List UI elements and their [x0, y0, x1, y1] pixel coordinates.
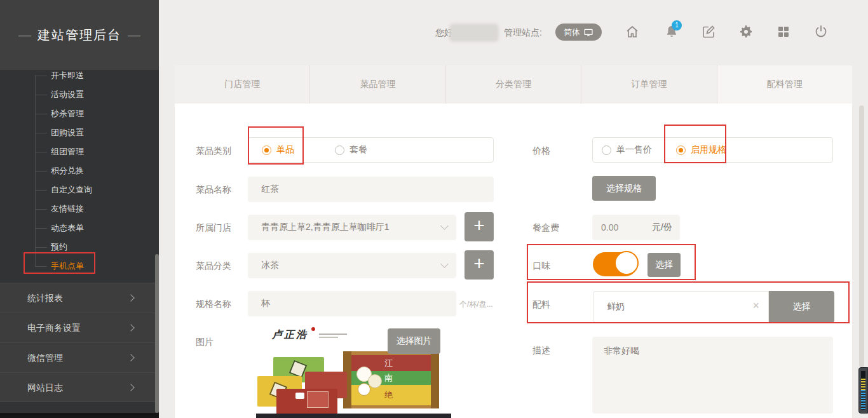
sidebar-scrollbar[interactable]: [155, 254, 159, 413]
flavor-choose-button[interactable]: 选择: [648, 253, 681, 277]
spec-name-hint: 个/杯/盘...: [459, 299, 493, 310]
flavor-toggle[interactable]: [593, 252, 637, 276]
section-label: 统计报表: [27, 293, 63, 303]
tab-ingredient-management[interactable]: 配料管理: [717, 65, 852, 104]
tab-bar: 门店管理 菜品管理 分类管理 订单管理 配料管理: [175, 65, 852, 104]
clear-icon[interactable]: ×: [752, 299, 759, 313]
power-icon[interactable]: [813, 24, 829, 41]
sidebar-item-points-exchange[interactable]: 积分兑换: [0, 161, 159, 180]
radio-single-price[interactable]: 单一售价: [602, 144, 652, 156]
add-category-button[interactable]: +: [465, 250, 494, 280]
radio-dot: [602, 145, 611, 155]
spec-name-value: 杯: [261, 298, 270, 309]
chevron-right-icon: [127, 324, 134, 331]
sidebar-item-group-management[interactable]: 组团管理: [0, 142, 159, 161]
section-label: 网站日志: [27, 382, 63, 393]
radio-enable-spec-label: 启用规格: [691, 144, 726, 156]
notification-badge: 1: [672, 20, 682, 30]
logo-dash: —: [128, 28, 140, 43]
sidebar-item-reservation[interactable]: 预约: [0, 238, 159, 257]
brand-subtext: [319, 334, 347, 335]
plus-icon: +: [473, 216, 485, 238]
box-fee-input[interactable]: 0.00 元/份: [592, 215, 680, 240]
sidebar-section-wechat-management[interactable]: 微信管理: [0, 342, 159, 372]
radio-single-item[interactable]: 单品: [262, 144, 294, 156]
store-select[interactable]: 青青原上草2,青青原上草咖啡厅1: [248, 215, 456, 240]
brand-logo: 卢正浩: [272, 328, 361, 347]
flavor-label: 口味: [532, 260, 550, 272]
add-store-button[interactable]: +: [465, 212, 494, 241]
photo-teacup: [358, 383, 370, 396]
section-label: 电子商务设置: [27, 323, 81, 333]
language-label: 简体: [564, 27, 580, 38]
sidebar-sections: 统计报表 电子商务设置 微信管理 网站日志: [0, 283, 159, 402]
sidebar-section-ecommerce-settings[interactable]: 电子商务设置: [0, 313, 159, 342]
tab-dish-management[interactable]: 菜品管理: [310, 65, 445, 104]
photo-floor-shadow: [256, 414, 451, 418]
sidebar-bottom-strip: [0, 413, 159, 418]
choose-spec-button[interactable]: 选择规格: [592, 176, 656, 201]
store-value: 青青原上草2,青青原上草咖啡厅1: [261, 222, 389, 233]
price-label: 价格: [532, 145, 550, 157]
plus-icon: +: [473, 254, 485, 276]
gear-icon[interactable]: [738, 24, 754, 41]
edit-icon[interactable]: [701, 24, 716, 41]
dish-name-value: 红茶: [261, 184, 279, 195]
spec-name-input[interactable]: 杯: [248, 291, 456, 316]
photo-teacup: [368, 374, 382, 388]
description-textarea[interactable]: 非常好喝: [592, 337, 833, 414]
brand-subtext: [319, 337, 338, 338]
docked-widget[interactable]: [858, 367, 868, 414]
store-label: 所属门店: [196, 222, 231, 234]
language-button[interactable]: 简体: [555, 24, 602, 41]
radio-single-item-label: 单品: [276, 144, 294, 156]
sidebar-item-card-gift[interactable]: 开卡即送: [0, 66, 159, 85]
chevron-right-icon: [127, 354, 134, 361]
radio-combo-label: 套餐: [349, 144, 367, 156]
manage-site-label: 管理站点:: [504, 27, 542, 39]
sidebar-item-flash-sale[interactable]: 秒杀管理: [0, 104, 159, 123]
description-label: 描述: [532, 345, 550, 356]
tab-store-management[interactable]: 门店管理: [175, 65, 310, 104]
sidebar-item-group-buy[interactable]: 团购设置: [0, 123, 159, 142]
home-icon[interactable]: [625, 24, 640, 41]
ingredient-choose-button[interactable]: 选择: [769, 291, 834, 323]
toggle-knob: [614, 251, 639, 275]
category-select[interactable]: 冰茶: [248, 253, 456, 278]
box-fee-value: 0.00: [601, 222, 618, 233]
content-scrollbar[interactable]: [859, 105, 864, 367]
logo-dash: —: [18, 28, 31, 43]
box-fee-unit: 元/份: [652, 222, 672, 233]
sidebar: — 建站管理后台 — 开卡即送 活动设置 秒杀管理 团购设置 组团管理 积分兑换…: [0, 0, 159, 418]
sidebar-section-statistics[interactable]: 统计报表: [0, 283, 159, 313]
box-fee-label: 餐盒费: [532, 222, 559, 234]
description-value: 非常好喝: [604, 346, 639, 357]
chevron-right-icon: [127, 384, 134, 391]
choose-image-button[interactable]: 选择图片: [388, 328, 440, 354]
bell-icon[interactable]: 1: [664, 24, 679, 41]
radio-single-price-label: 单一售价: [616, 144, 652, 156]
radio-dot: [676, 145, 686, 155]
brand-name: 卢正浩: [272, 329, 308, 340]
sidebar-section-site-logs[interactable]: 网站日志: [0, 372, 159, 402]
dish-name-input[interactable]: 红茶: [248, 177, 494, 202]
photo-red-front-box: [276, 389, 337, 415]
ingredient-value: 鲜奶: [607, 301, 625, 313]
greeting-text: 您好: [435, 27, 453, 39]
tab-order-management[interactable]: 订单管理: [581, 65, 717, 104]
sidebar-item-dynamic-forms[interactable]: 动态表单: [0, 219, 159, 238]
sidebar-item-mobile-ordering[interactable]: 手机点单: [0, 257, 159, 276]
app-title: 建站管理后台: [37, 27, 121, 44]
chevron-down-icon: [440, 260, 449, 268]
radio-enable-spec[interactable]: 启用规格: [676, 144, 726, 156]
username-redacted: [451, 25, 497, 40]
radio-combo[interactable]: 套餐: [335, 144, 367, 156]
apps-grid-icon[interactable]: [776, 24, 791, 41]
sidebar-item-activity-settings[interactable]: 活动设置: [0, 85, 159, 104]
ingredient-input[interactable]: 鲜奶 ×: [593, 291, 769, 323]
sidebar-item-custom-query[interactable]: 自定义查询: [0, 180, 159, 199]
photo-crate-rail: [431, 351, 439, 408]
tab-category-management[interactable]: 分类管理: [446, 65, 581, 104]
monitor-icon: [583, 27, 593, 37]
sidebar-item-friend-links[interactable]: 友情链接: [0, 199, 159, 219]
